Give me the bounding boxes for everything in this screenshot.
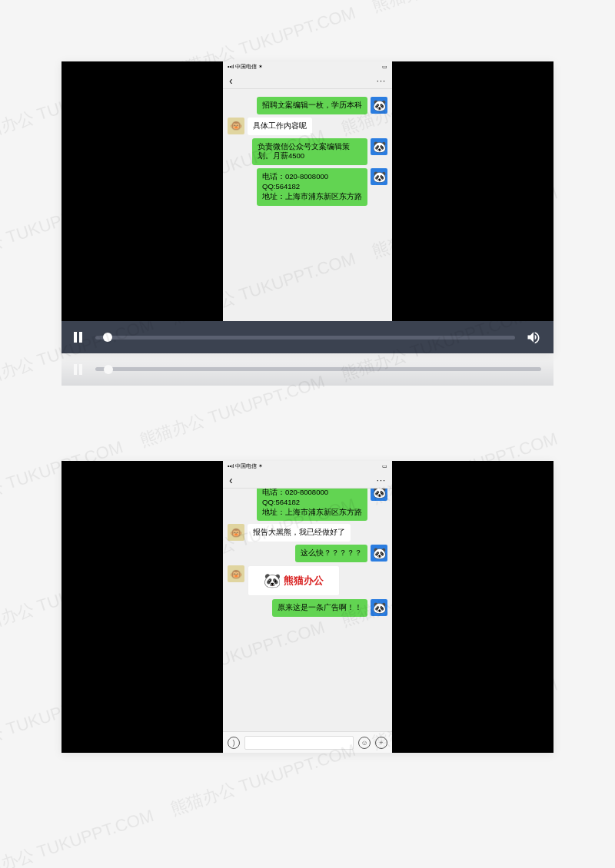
avatar-panda[interactable] bbox=[371, 599, 387, 616]
phone-mockup-1: ••ıl 中国电信 ✶ ▭ ‹ ··· 招聘文案编辑一枚，学历本科具体工作内容呢… bbox=[223, 61, 392, 353]
wifi-icon: ✶ bbox=[258, 64, 263, 69]
statusbar-left: ••ıl 中国电信 ✶ bbox=[228, 462, 263, 470]
carrier-text: 中国电信 bbox=[235, 64, 257, 69]
avatar-panda[interactable] bbox=[371, 97, 387, 114]
video-controls bbox=[62, 321, 554, 353]
chat-inputbar: ) ☺ + bbox=[223, 731, 392, 753]
message-row: 负责微信公众号文案编辑策划。月薪4500 bbox=[228, 138, 387, 166]
message-row: 电话：020-8008000 QQ:564182 地址：上海市浦东新区东方路 bbox=[228, 168, 387, 205]
message-bubble[interactable]: 负责微信公众号文案编辑策划。月薪4500 bbox=[252, 138, 367, 166]
video-frame-1: ••ıl 中国电信 ✶ ▭ ‹ ··· 招聘文案编辑一枚，学历本科具体工作内容呢… bbox=[62, 61, 554, 353]
message-row: 报告大黑熊，我已经做好了 bbox=[228, 524, 387, 542]
message-row: 这么快？？？？？ bbox=[228, 545, 387, 562]
phone-statusbar: ••ıl 中国电信 ✶ ▭ bbox=[223, 461, 392, 472]
volume-button[interactable] bbox=[526, 330, 541, 345]
back-icon[interactable]: ‹ bbox=[229, 474, 233, 486]
message-image-brand[interactable]: 🐼熊猫办公 bbox=[248, 565, 340, 596]
statusbar-left: ••ıl 中国电信 ✶ bbox=[228, 63, 263, 71]
signal-icon: ••ıl bbox=[228, 64, 234, 69]
phone-statusbar: ••ıl 中国电信 ✶ ▭ bbox=[223, 61, 392, 72]
avatar-other[interactable] bbox=[228, 118, 244, 134]
chat-area-2: 电话：020-8008000 QQ:564182 地址：上海市浦东新区东方路报告… bbox=[223, 489, 392, 731]
message-bubble[interactable]: 电话：020-8008000 QQ:564182 地址：上海市浦东新区东方路 bbox=[257, 168, 367, 205]
preview-card-1: ••ıl 中国电信 ✶ ▭ ‹ ··· 招聘文案编辑一枚，学历本科具体工作内容呢… bbox=[62, 61, 554, 353]
more-icon[interactable]: ··· bbox=[377, 76, 386, 85]
message-bubble[interactable]: 电话：020-8008000 QQ:564182 地址：上海市浦东新区东方路 bbox=[257, 489, 367, 521]
avatar-panda[interactable] bbox=[371, 545, 387, 562]
chat-topbar: ‹ ··· bbox=[223, 472, 392, 489]
signal-icon: ••ıl bbox=[228, 463, 234, 469]
back-icon[interactable]: ‹ bbox=[229, 75, 233, 87]
message-bubble[interactable]: 招聘文案编辑一枚，学历本科 bbox=[257, 97, 367, 114]
carrier-text: 中国电信 bbox=[235, 463, 257, 469]
message-row: 电话：020-8008000 QQ:564182 地址：上海市浦东新区东方路 bbox=[228, 489, 387, 521]
pause-button[interactable] bbox=[74, 332, 85, 343]
message-row: 原来这是一条广告啊！！ bbox=[228, 599, 387, 617]
controls-reflection bbox=[62, 353, 554, 386]
battery-icon: ▭ bbox=[382, 64, 387, 70]
preview-card-2: ••ıl 中国电信 ✶ ▭ ‹ ··· 电话：020-8008000 QQ:56… bbox=[62, 461, 554, 753]
message-row: 具体工作内容呢 bbox=[228, 118, 387, 135]
avatar-panda[interactable] bbox=[371, 168, 387, 185]
progress-bar[interactable] bbox=[95, 336, 515, 340]
battery-icon: ▭ bbox=[382, 463, 387, 469]
message-bubble[interactable]: 报告大黑熊，我已经做好了 bbox=[248, 524, 351, 542]
avatar-panda[interactable] bbox=[371, 138, 387, 155]
plus-icon[interactable]: + bbox=[375, 737, 387, 749]
chat-area-1: 招聘文案编辑一枚，学历本科具体工作内容呢负责微信公众号文案编辑策划。月薪4500… bbox=[223, 89, 392, 332]
voice-icon[interactable]: ) bbox=[228, 737, 240, 749]
message-bubble[interactable]: 原来这是一条广告啊！！ bbox=[272, 599, 367, 617]
message-input[interactable] bbox=[244, 736, 354, 750]
message-bubble[interactable]: 这么快？？？？？ bbox=[295, 545, 367, 562]
chat-topbar: ‹ ··· bbox=[223, 72, 392, 89]
avatar-other[interactable] bbox=[228, 565, 244, 582]
progress-thumb[interactable] bbox=[103, 333, 112, 342]
message-row: 招聘文案编辑一枚，学历本科 bbox=[228, 97, 387, 114]
brand-text: 熊猫办公 bbox=[284, 574, 324, 588]
phone-mockup-2: ••ıl 中国电信 ✶ ▭ ‹ ··· 电话：020-8008000 QQ:56… bbox=[223, 461, 392, 753]
message-row: 🐼熊猫办公 bbox=[228, 565, 387, 596]
video-frame-2: ••ıl 中国电信 ✶ ▭ ‹ ··· 电话：020-8008000 QQ:56… bbox=[62, 461, 554, 753]
emoji-icon[interactable]: ☺ bbox=[358, 737, 371, 749]
wifi-icon: ✶ bbox=[258, 463, 263, 469]
brand-panda-icon: 🐼 bbox=[264, 571, 281, 590]
more-icon[interactable]: ··· bbox=[377, 475, 386, 485]
avatar-other[interactable] bbox=[228, 524, 244, 541]
message-bubble[interactable]: 具体工作内容呢 bbox=[248, 118, 312, 135]
avatar-panda[interactable] bbox=[371, 489, 387, 501]
